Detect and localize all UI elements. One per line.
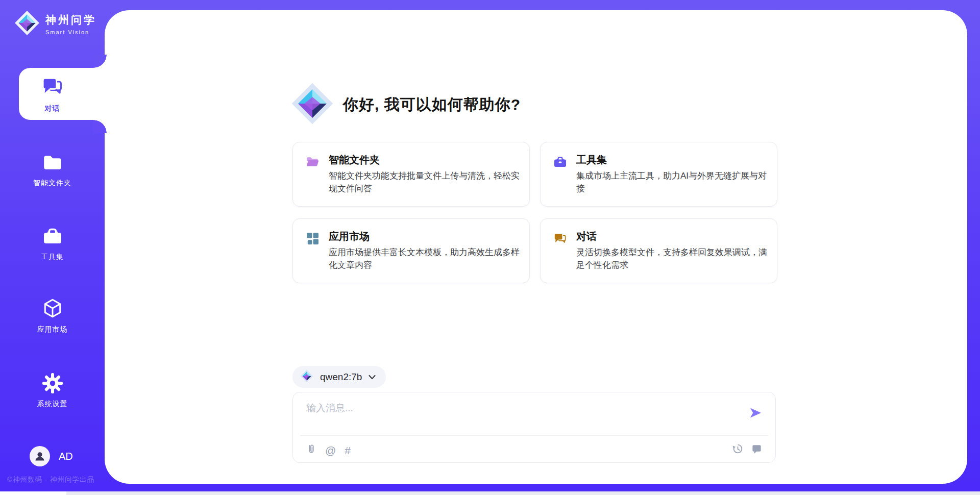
user-name: AD [59, 451, 73, 462]
folder-open-icon [306, 155, 320, 171]
horizontal-scrollbar[interactable] [0, 491, 980, 495]
send-icon[interactable] [749, 406, 762, 419]
copyright-text: ©神州数码 · 神州问学出品 [7, 475, 94, 484]
sidebar-item-toolset[interactable]: 工具集 [0, 226, 105, 262]
greeting: 你好, 我可以如何帮助你? [291, 82, 521, 127]
brand: 神州问学 Smart Vision [14, 10, 96, 38]
card-app-market[interactable]: 应用市场 应用市场提供丰富长文本模板，助力高效生成多样化文章内容 [292, 218, 530, 283]
model-selector[interactable]: qwen2:7b [292, 366, 386, 388]
sidebar-item-label: 智能文件夹 [33, 179, 71, 188]
sidebar-item-label: 应用市场 [37, 325, 68, 334]
diamond-logo-icon [14, 10, 40, 38]
brand-name: 神州问学 [45, 13, 96, 27]
card-description: 智能文件夹功能支持批量文件上传与清洗，轻松实现文件问答 [329, 169, 524, 195]
chat-icon [41, 76, 64, 100]
sidebar-item-app-market[interactable]: 应用市场 [0, 298, 105, 334]
gear-icon [42, 373, 63, 395]
hash-icon[interactable]: # [345, 445, 351, 456]
card-description: 集成市场上主流工具，助力AI与外界无缝扩展与对接 [576, 169, 771, 195]
message-composer: @ # [292, 392, 776, 463]
feedback-icon[interactable] [751, 443, 762, 456]
feature-cards: 智能文件夹 智能文件夹功能支持批量文件上传与清洗，轻松实现文件问答 工具集 集成… [292, 142, 777, 283]
composer-divider [300, 435, 768, 436]
sidebar-item-settings[interactable]: 系统设置 [0, 373, 105, 409]
sidebar-item-label: 系统设置 [37, 400, 68, 409]
toolbox-icon [42, 226, 63, 249]
chevron-down-icon[interactable] [369, 373, 376, 382]
greeting-text: 你好, 我可以如何帮助你? [343, 94, 521, 115]
card-title: 工具集 [576, 153, 607, 167]
app-grid-icon [306, 232, 320, 247]
brand-subtitle: Smart Vision [45, 29, 96, 35]
attachment-icon[interactable] [306, 443, 316, 457]
diamond-logo-icon [291, 82, 334, 127]
card-title: 智能文件夹 [329, 153, 380, 167]
sidebar-item-smart-folder[interactable]: 智能文件夹 [0, 151, 105, 188]
message-input[interactable] [306, 402, 735, 431]
app-root: 神州问学 Smart Vision 对话 智能文件夹 [0, 0, 980, 495]
card-chat[interactable]: 对话 灵活切换多模型文件，支持多样回复效果调试，满足个性化需求 [540, 218, 777, 283]
card-title: 对话 [576, 230, 597, 243]
sidebar-item-chat[interactable]: 对话 [0, 76, 105, 113]
mention-icon[interactable]: @ [325, 445, 336, 456]
user-avatar-icon [30, 446, 50, 466]
card-smart-folder[interactable]: 智能文件夹 智能文件夹功能支持批量文件上传与清洗，轻松实现文件问答 [292, 142, 530, 207]
cube-icon [42, 298, 63, 321]
briefcase-icon [553, 155, 567, 171]
card-description: 应用市场提供丰富长文本模板，助力高效生成多样化文章内容 [329, 246, 524, 271]
history-icon[interactable] [732, 443, 743, 456]
diamond-logo-icon [300, 369, 313, 385]
user-profile[interactable]: AD [30, 446, 73, 466]
sidebar-item-label: 对话 [45, 104, 60, 113]
folder-icon [42, 151, 63, 175]
card-title: 应用市场 [329, 230, 370, 243]
card-description: 灵活切换多模型文件，支持多样回复效果调试，满足个性化需求 [576, 246, 771, 271]
card-toolset[interactable]: 工具集 集成市场上主流工具，助力AI与外界无缝扩展与对接 [540, 142, 777, 207]
model-name: qwen2:7b [320, 372, 362, 383]
sidebar-item-label: 工具集 [41, 253, 64, 262]
chat-icon [553, 232, 567, 247]
